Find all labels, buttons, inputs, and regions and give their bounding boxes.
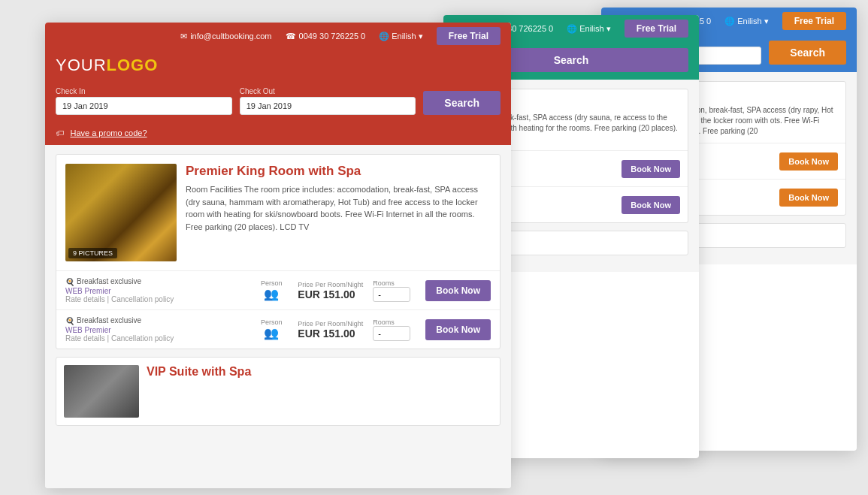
room-image (65, 164, 177, 261)
breakfast-icon-2: 🍳 (65, 317, 74, 325)
tag-icon: 🏷 (56, 128, 64, 137)
search-button-red[interactable]: Search (423, 91, 501, 115)
people-icon-2 (264, 330, 279, 339)
price-label-2: Price Per Room/Night (298, 320, 365, 327)
phone-icon-red: ☎ (286, 32, 296, 41)
room-card-1: 9 PICTURES Premier King Room with Spa Ro… (56, 154, 501, 349)
phone-number-red: 0049 30 726225 0 (299, 32, 366, 41)
checkin-label-red: Check In (56, 87, 232, 95)
email-address: info@cultbooking.com (190, 32, 271, 41)
rooms-select-2[interactable]: -123 (373, 326, 410, 341)
chevron-icon-green: ▾ (606, 24, 611, 34)
room-image-wrap: 9 PICTURES (65, 164, 177, 261)
rooms-label-2: Rooms (373, 318, 418, 326)
rooms-col-2: Rooms -123 (373, 318, 418, 341)
search-bar-red: Check In Check Out Search (45, 81, 511, 122)
room-card-2: VIP Suite with Spa (56, 357, 501, 426)
policy-links-2: Rate details | Cancellation policy (65, 334, 245, 343)
person-col-1: Person (253, 279, 290, 301)
card-red: ✉ info@cultbooking.com ☎ 0049 30 726225 … (45, 23, 511, 488)
content-red: 9 PICTURES Premier King Room with Spa Ro… (45, 145, 511, 488)
envelope-icon: ✉ (180, 32, 187, 41)
globe-icon-green: 🌐 (567, 24, 577, 34)
rooms-label-1: Rooms (373, 279, 418, 287)
price-label-1: Price Per Room/Night (298, 281, 365, 288)
booking-row-1: 🍳 Breakfast exclusive WEB Premier Rate d… (56, 270, 500, 309)
logo: YOURLOGO (56, 56, 501, 75)
globe-icon: 🌐 (724, 17, 735, 26)
policy-links-1: Rate details | Cancellation policy (65, 295, 245, 303)
person-label-2: Person (253, 318, 290, 326)
book-button-blue-1[interactable]: Book Now (779, 152, 838, 171)
room-desc-1: Room Facilities The room price includes:… (186, 183, 491, 233)
book-button-2[interactable]: Book Now (425, 319, 491, 340)
vip-title-red: VIP Suite with Spa (147, 365, 492, 379)
chevron-icon-red: ▾ (419, 32, 423, 41)
checkin-field-red: Check In (56, 87, 232, 115)
book-button-1[interactable]: Book Now (425, 280, 491, 301)
promo-link[interactable]: Have a promo code? (70, 128, 147, 137)
checkout-label-red: Check Out (240, 87, 416, 95)
pictures-badge: 9 PICTURES (68, 248, 117, 258)
search-button-blue[interactable]: Search (769, 41, 846, 65)
language-select-red[interactable]: 🌐 Enilish ▾ (379, 32, 422, 41)
book-button-blue-2[interactable]: Book Now (779, 189, 838, 207)
web-premier-link-2[interactable]: WEB Premier (65, 326, 111, 334)
free-trial-button-green[interactable]: Free Trial (625, 20, 688, 38)
people-icon-1 (264, 291, 279, 300)
language-select[interactable]: 🌐 Enilish ▾ (724, 17, 768, 26)
logo-your: YOUR (56, 56, 107, 74)
free-trial-button-red[interactable]: Free Trial (437, 27, 501, 45)
room-title-1: Premier King Room with Spa (186, 164, 491, 179)
type-label-2: Breakfast exclusive (77, 316, 141, 324)
globe-icon-red: 🌐 (379, 32, 389, 41)
book-button-green-1[interactable]: Book Now (622, 160, 680, 178)
chevron-icon: ▾ (764, 17, 769, 26)
person-label-1: Person (253, 279, 290, 287)
web-premier-link-1[interactable]: WEB Premier (65, 287, 111, 295)
topbar-red: ✉ info@cultbooking.com ☎ 0049 30 726225 … (45, 23, 511, 50)
book-button-green-2[interactable]: Book Now (622, 196, 680, 214)
price-val-1: EUR 151.00 (298, 288, 365, 300)
email-item: ✉ info@cultbooking.com (180, 32, 271, 41)
type-row-2: 🍳 Breakfast exclusive (65, 316, 245, 325)
checkout-input-red[interactable] (240, 97, 416, 115)
vip-info: VIP Suite with Spa (147, 365, 492, 418)
rooms-col-1: Rooms -123 (373, 279, 418, 302)
free-trial-button-blue[interactable]: Free Trial (782, 12, 846, 30)
price-col-1: Price Per Room/Night EUR 151.00 (298, 281, 365, 300)
header-bar-red: YOURLOGO (45, 50, 511, 81)
checkout-field-red: Check Out (240, 87, 416, 115)
room-info-1: Premier King Room with Spa Room Faciliti… (186, 164, 491, 261)
promo-bar: 🏷 Have a promo code? (45, 122, 511, 145)
type-label-1: Breakfast exclusive (77, 277, 141, 285)
type-row-1: 🍳 Breakfast exclusive (65, 277, 245, 286)
price-col-2: Price Per Room/Night EUR 151.00 (298, 320, 365, 340)
price-val-2: EUR 151.00 (298, 327, 365, 340)
checkin-input-red[interactable] (56, 97, 232, 115)
rooms-select-1[interactable]: -123 (373, 287, 410, 302)
booking-row-2: 🍳 Breakfast exclusive WEB Premier Rate d… (56, 309, 500, 349)
language-select-green[interactable]: 🌐 Enilish ▾ (567, 24, 610, 34)
phone-item-red: ☎ 0049 30 726225 0 (286, 32, 366, 41)
room-main-1: 9 PICTURES Premier King Room with Spa Ro… (56, 155, 500, 270)
breakfast-icon-1: 🍳 (65, 278, 74, 286)
logo-text: LOGO (107, 56, 159, 74)
vip-image (64, 365, 139, 418)
person-col-2: Person (253, 318, 290, 340)
